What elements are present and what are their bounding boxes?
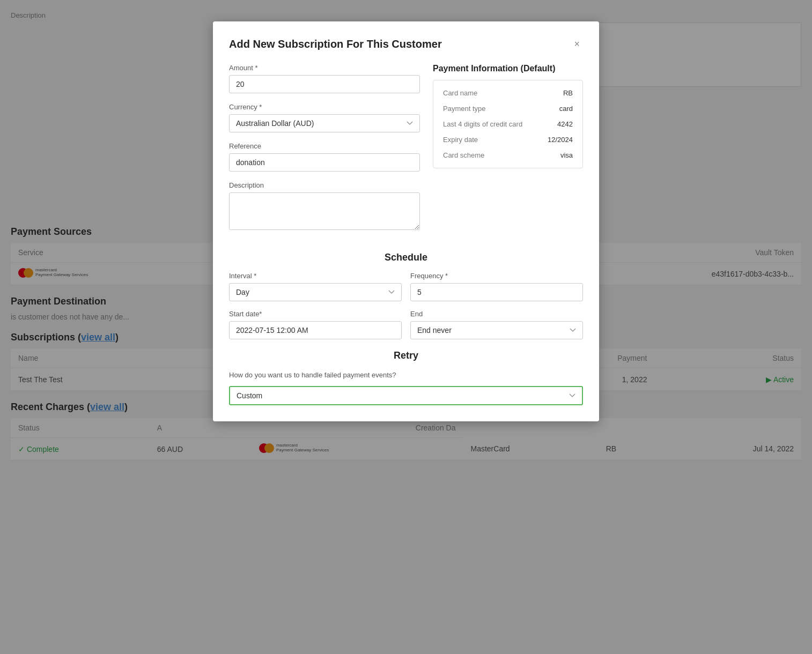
- currency-label: Currency *: [229, 103, 420, 111]
- start-date-col: Start date*: [229, 310, 402, 339]
- start-end-row: Start date* End End never End date End a…: [229, 310, 583, 339]
- end-select[interactable]: End never End date End after: [410, 321, 583, 339]
- card-name-label: Card name: [443, 89, 477, 97]
- expiry-value: 12/2024: [548, 136, 573, 144]
- retry-section: Retry How do you want us to handle faile…: [229, 350, 583, 405]
- expiry-label: Expiry date: [443, 136, 478, 144]
- card-scheme-label: Card scheme: [443, 151, 484, 159]
- description-label: Description: [229, 181, 420, 189]
- schedule-section: Schedule Interval * Day Week Month Year …: [229, 252, 583, 339]
- interval-frequency-row: Interval * Day Week Month Year Frequency…: [229, 272, 583, 301]
- last4-label: Last 4 digits of credit card: [443, 120, 522, 128]
- currency-select[interactable]: Australian Dollar (AUD) US Dollar (USD) …: [229, 114, 420, 132]
- modal-left-column: Amount * Currency * Australian Dollar (A…: [229, 64, 420, 241]
- amount-label: Amount *: [229, 64, 420, 72]
- payment-type-value: card: [559, 105, 573, 113]
- payment-info-type-row: Payment type card: [443, 105, 573, 113]
- reference-label: Reference: [229, 142, 420, 150]
- frequency-label: Frequency *: [410, 272, 583, 280]
- schedule-title: Schedule: [229, 252, 583, 263]
- reference-group: Reference: [229, 142, 420, 172]
- retry-title: Retry: [229, 350, 583, 361]
- end-label: End: [410, 310, 583, 318]
- reference-input[interactable]: [229, 153, 420, 172]
- modal-body: Amount * Currency * Australian Dollar (A…: [229, 64, 583, 241]
- last4-value: 4242: [557, 120, 573, 128]
- payment-info-scheme-row: Card scheme visa: [443, 151, 573, 159]
- currency-group: Currency * Australian Dollar (AUD) US Do…: [229, 103, 420, 132]
- interval-select[interactable]: Day Week Month Year: [229, 283, 402, 301]
- frequency-col: Frequency *: [410, 272, 583, 301]
- payment-info-title: Payment Information (Default): [433, 64, 583, 73]
- modal-close-button[interactable]: ×: [571, 38, 583, 51]
- frequency-input[interactable]: [410, 283, 583, 301]
- amount-input[interactable]: [229, 75, 420, 93]
- card-name-value: RB: [563, 89, 573, 97]
- interval-col: Interval * Day Week Month Year: [229, 272, 402, 301]
- description-textarea[interactable]: [229, 192, 420, 230]
- payment-info-expiry-row: Expiry date 12/2024: [443, 136, 573, 144]
- modal-right-column: Payment Information (Default) Card name …: [433, 64, 583, 241]
- payment-info-card-name-row: Card name RB: [443, 89, 573, 97]
- payment-info-box: Card name RB Payment type card Last 4 di…: [433, 80, 583, 168]
- add-subscription-modal: Add New Subscription For This Customer ×…: [213, 21, 599, 421]
- interval-label: Interval *: [229, 272, 402, 280]
- end-col: End End never End date End after: [410, 310, 583, 339]
- retry-select[interactable]: Custom Default No retry: [229, 386, 583, 405]
- retry-description: How do you want us to handle failed paym…: [229, 370, 583, 381]
- card-scheme-value: visa: [560, 151, 573, 159]
- payment-info-last4-row: Last 4 digits of credit card 4242: [443, 120, 573, 128]
- payment-type-label: Payment type: [443, 105, 486, 113]
- amount-group: Amount *: [229, 64, 420, 93]
- start-date-input[interactable]: [229, 321, 402, 339]
- modal-title: Add New Subscription For This Customer: [229, 38, 442, 50]
- description-group: Description: [229, 181, 420, 232]
- start-date-label: Start date*: [229, 310, 402, 318]
- modal-header: Add New Subscription For This Customer ×: [229, 38, 583, 51]
